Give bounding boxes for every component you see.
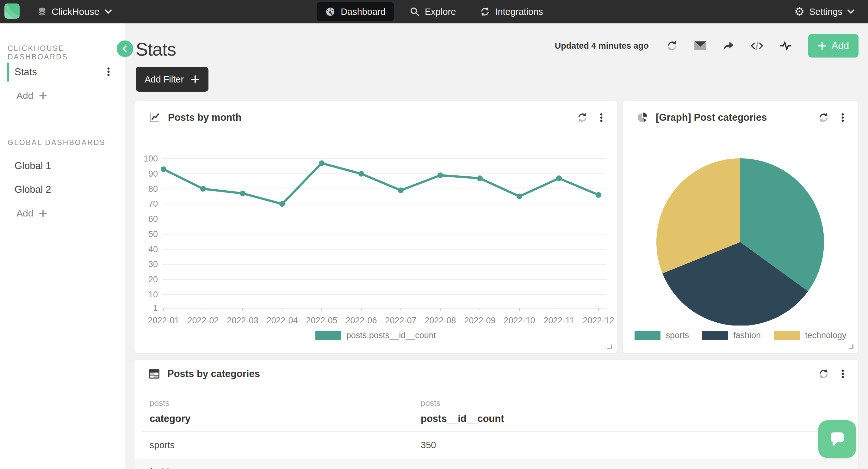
table-icon (148, 369, 160, 379)
top-navbar: ClickHouse Dashboard (0, 0, 868, 23)
svg-text:30: 30 (148, 260, 158, 269)
svg-text:2022-07: 2022-07 (385, 316, 416, 325)
svg-text:2022-10: 2022-10 (504, 316, 535, 325)
mail-icon (694, 41, 706, 51)
refresh-icon (577, 112, 588, 123)
refresh-icon (818, 112, 829, 123)
share-arrow-icon (723, 41, 734, 51)
app-root: ClickHouse Dashboard (0, 0, 868, 469)
column-group-label: posts (421, 398, 504, 408)
settings-label: Settings (809, 7, 842, 17)
kebab-menu-icon (841, 369, 844, 379)
legend-label: technology (805, 331, 846, 340)
sidebar-item-global-2[interactable]: Global 2 (0, 181, 125, 198)
sidebar-item-stats[interactable]: Stats (0, 62, 125, 82)
card-title: Posts by month (168, 112, 569, 123)
card-post-categories: [Graph] Post categories (623, 101, 858, 353)
widget-menu-button[interactable] (841, 112, 844, 123)
settings-menu[interactable]: ⚙ Settings (793, 0, 857, 23)
sidebar-item-global-1[interactable]: Global 1 (0, 157, 125, 174)
workspace-switcher[interactable]: ClickHouse (35, 0, 114, 23)
legend-label: sports (665, 331, 689, 340)
column-group-label: posts (150, 398, 190, 408)
svg-text:2022-06: 2022-06 (345, 316, 377, 325)
legend-swatch (774, 331, 800, 340)
card-header: [Graph] Post categories (623, 101, 858, 134)
card-title: Posts by categories (167, 368, 811, 379)
plus-icon (39, 209, 47, 217)
add-widget-button[interactable]: Add (808, 34, 859, 58)
column-name: category (150, 413, 190, 425)
add-dashboard-button[interactable]: Add (14, 89, 49, 103)
activity-button[interactable] (780, 40, 792, 51)
svg-text:1: 1 (153, 303, 158, 313)
app-logo[interactable] (4, 3, 20, 19)
tab-integrations[interactable]: Integrations (472, 3, 551, 21)
chat-widget-button[interactable] (818, 420, 856, 458)
widget-menu-button[interactable] (841, 369, 844, 379)
embed-code-button[interactable] (751, 41, 763, 51)
gauge-icon (325, 6, 336, 17)
plus-icon (818, 41, 827, 50)
plus-icon (191, 75, 199, 84)
add-filter-button[interactable]: Add Filter (136, 67, 209, 92)
line-chart[interactable]: 11020304050607080901002022-012022-022022… (134, 136, 617, 326)
column-header[interactable]: posts category (150, 398, 190, 425)
svg-text:2022-03: 2022-03 (227, 316, 258, 325)
column-name: posts__id__count (421, 413, 504, 425)
refresh-widget-button[interactable] (818, 368, 829, 379)
share-button[interactable] (723, 41, 734, 51)
legend-item[interactable]: sports (634, 331, 689, 340)
add-global-dashboard-button[interactable]: Add (14, 206, 49, 221)
tab-label: Dashboard (341, 7, 385, 17)
card-posts-by-month: Posts by month (134, 101, 617, 353)
main-nav: Dashboard Explore Integrations (317, 0, 551, 23)
sync-icon (480, 7, 490, 17)
table-header: posts category posts posts__id__count (134, 388, 858, 431)
add-filter-label: Add Filter (145, 74, 184, 85)
refresh-icon (666, 40, 678, 52)
chat-bubble-icon (827, 429, 848, 449)
search-icon (410, 7, 420, 17)
refresh-widget-button[interactable] (577, 112, 588, 123)
svg-text:2022-04: 2022-04 (266, 316, 298, 325)
legend-item[interactable]: technology (774, 331, 846, 340)
email-report-button[interactable] (694, 41, 706, 51)
chevron-left-icon (121, 44, 129, 53)
refresh-dashboard-button[interactable] (666, 40, 678, 52)
tab-label: Integrations (495, 7, 543, 17)
column-header[interactable]: posts posts__id__count (421, 398, 504, 425)
resize-handle-icon[interactable] (606, 343, 613, 350)
svg-text:2022-08: 2022-08 (425, 316, 456, 325)
svg-text:100: 100 (144, 154, 158, 163)
svg-text:60: 60 (148, 214, 158, 224)
add-label: Add (17, 90, 33, 101)
dashboard-menu-button[interactable] (105, 65, 112, 79)
widget-menu-button[interactable] (600, 112, 603, 123)
legend-item[interactable]: posts.posts__id__count (315, 331, 436, 340)
svg-text:2022-09: 2022-09 (464, 316, 495, 325)
database-icon (37, 7, 47, 17)
legend-swatch (634, 331, 660, 340)
refresh-widget-button[interactable] (818, 112, 829, 123)
sidebar-section-title: CLICKHOUSE DASHBOARDS (8, 44, 125, 61)
tab-explore[interactable]: Explore (401, 3, 464, 21)
kebab-menu-icon (841, 112, 844, 123)
svg-text:70: 70 (148, 199, 158, 209)
sidebar: CLICKHOUSE DASHBOARDS Stats Add GLOBAL D… (0, 23, 125, 469)
tab-label: Explore (425, 7, 456, 17)
chart-legend: posts.posts__id__count (134, 331, 617, 340)
sidebar-item-label: Stats (14, 66, 37, 78)
add-label: Add (17, 208, 33, 219)
tab-dashboard[interactable]: Dashboard (317, 2, 394, 21)
legend-item[interactable]: fashion (702, 331, 761, 340)
pie-chart[interactable] (623, 136, 858, 326)
table-body: sports350fashion339 (134, 431, 858, 469)
svg-text:40: 40 (148, 245, 158, 254)
sidebar-collapse-button[interactable] (117, 40, 133, 57)
svg-text:80: 80 (148, 184, 158, 194)
table-row: fashion339 (134, 459, 858, 469)
plus-icon (39, 92, 47, 100)
resize-handle-icon[interactable] (847, 343, 855, 350)
chart-legend: sports fashion technology (623, 331, 858, 340)
